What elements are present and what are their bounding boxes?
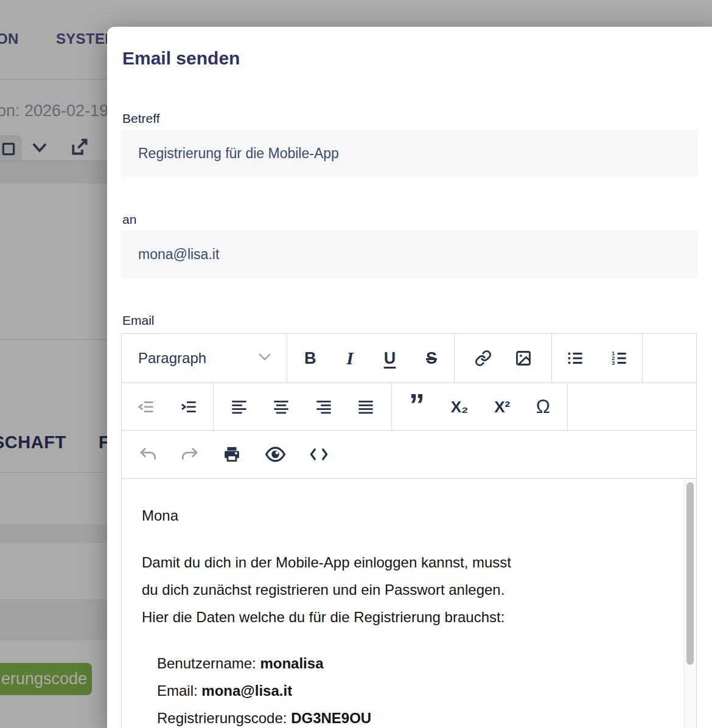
credential-line: Registrierungscode: DG3NE9OU	[157, 704, 647, 728]
italic-button[interactable]: I	[346, 349, 354, 367]
numbered-list-button[interactable]: 123	[610, 350, 627, 367]
align-left-icon	[231, 398, 248, 415]
blockquote-button[interactable]: ”	[409, 399, 425, 415]
paragraph-line: Hier die Daten welche du für die Registr…	[142, 609, 504, 625]
bullet-list-button[interactable]	[567, 350, 584, 367]
redo-icon	[180, 446, 200, 463]
undo-icon	[138, 446, 158, 463]
credential-value: monalisa	[260, 655, 323, 671]
paragraph-line: du dich zunächst registrieren und ein Pa…	[142, 581, 504, 598]
bullet-list-icon	[567, 350, 584, 367]
superscript-button[interactable]: X²	[494, 399, 510, 415]
underline-button[interactable]: U	[384, 350, 396, 367]
link-icon	[475, 350, 492, 367]
underline-icon: U	[384, 350, 396, 367]
link-button[interactable]	[475, 350, 492, 367]
bold-icon: B	[304, 350, 316, 367]
outdent-icon	[138, 398, 155, 415]
align-right-button[interactable]	[315, 398, 332, 415]
align-justify-icon	[357, 398, 374, 415]
outdent-button[interactable]	[138, 398, 155, 415]
toolbar-row-2: ” X₂ X² Ω	[122, 383, 696, 431]
email-body-label: Email	[122, 313, 155, 328]
email-send-dialog: Email senden Betreff an Email Paragraph …	[107, 27, 712, 728]
subject-input[interactable]	[121, 130, 698, 177]
credential-value: mona@lisa.it	[201, 682, 292, 699]
history-group	[122, 431, 696, 478]
print-icon	[222, 445, 242, 463]
toolbar-row-1: Paragraph B I U S	[122, 334, 696, 383]
subject-label: Betreff	[122, 111, 159, 126]
omega-icon: Ω	[536, 397, 550, 416]
recipient-label: an	[122, 212, 136, 227]
indent-button[interactable]	[180, 398, 197, 415]
email-body-text: Mona Damit du dich in der Mobile-App ein…	[122, 479, 696, 728]
svg-text:3: 3	[612, 360, 615, 366]
align-center-button[interactable]	[273, 398, 290, 415]
align-group	[214, 383, 392, 430]
preview-button[interactable]	[264, 445, 287, 463]
blockquote-icon: ”	[409, 399, 425, 415]
credential-line: Benutzername: monalisa	[157, 650, 647, 677]
print-button[interactable]	[222, 445, 242, 463]
scrollbar-thumb[interactable]	[686, 482, 694, 665]
subscript-button[interactable]: X₂	[451, 399, 469, 415]
paragraph-line: Damit du dich in der Mobile-App einlogge…	[142, 554, 511, 570]
chevron-down-icon	[257, 352, 272, 364]
insert-group	[455, 334, 552, 383]
strikethrough-icon: S	[426, 350, 437, 367]
undo-button[interactable]	[138, 446, 158, 463]
text-style-group: B I U S	[287, 334, 455, 383]
align-right-icon	[315, 398, 332, 415]
credential-line: Email: mona@lisa.it	[157, 677, 647, 704]
image-button[interactable]	[515, 350, 532, 367]
numbered-list-icon: 123	[610, 350, 627, 367]
email-greeting: Mona	[142, 502, 647, 529]
toolbar-row-3	[122, 431, 696, 479]
credentials-block: Benutzername: monalisa Email: mona@lisa.…	[157, 650, 647, 728]
subscript-icon: X₂	[451, 399, 469, 415]
dialog-title: Email senden	[122, 48, 240, 69]
superscript-icon: X²	[494, 399, 510, 415]
align-left-button[interactable]	[231, 398, 248, 415]
image-icon	[515, 350, 532, 367]
email-paragraph: Damit du dich in der Mobile-App einlogge…	[142, 549, 647, 631]
list-group: 123	[552, 334, 643, 383]
strikethrough-button[interactable]: S	[426, 350, 437, 367]
code-icon	[309, 446, 329, 462]
align-center-icon	[273, 398, 290, 415]
indent-icon	[180, 398, 197, 415]
special-character-button[interactable]: Ω	[536, 397, 550, 416]
redo-button[interactable]	[180, 446, 200, 463]
italic-icon: I	[346, 349, 354, 367]
paragraph-style-label: Paragraph	[138, 350, 206, 367]
toolbar-spacer	[643, 334, 696, 383]
indent-group	[122, 383, 214, 430]
align-justify-button[interactable]	[357, 398, 374, 415]
source-code-button[interactable]	[309, 446, 329, 462]
richtext-editor: Paragraph B I U S	[121, 333, 697, 728]
credential-label: Registrierungscode:	[157, 710, 291, 726]
eye-icon	[264, 445, 287, 463]
app-screen: ON SYSTEM on: 2026-02-19 SCHAFT F erungs…	[0, 0, 712, 728]
scrollbar-track[interactable]	[684, 479, 696, 728]
email-body-area[interactable]: Mona Damit du dich in der Mobile-App ein…	[122, 479, 696, 728]
bold-button[interactable]: B	[304, 350, 316, 367]
credential-value: DG3NE9OU	[291, 710, 371, 726]
credential-label: Email:	[157, 682, 201, 699]
paragraph-style-select[interactable]: Paragraph	[122, 334, 287, 383]
recipient-input[interactable]	[121, 231, 698, 278]
credential-label: Benutzername:	[157, 655, 260, 671]
toolbar-spacer	[568, 383, 696, 430]
format-extra-group: ” X₂ X² Ω	[392, 383, 568, 430]
